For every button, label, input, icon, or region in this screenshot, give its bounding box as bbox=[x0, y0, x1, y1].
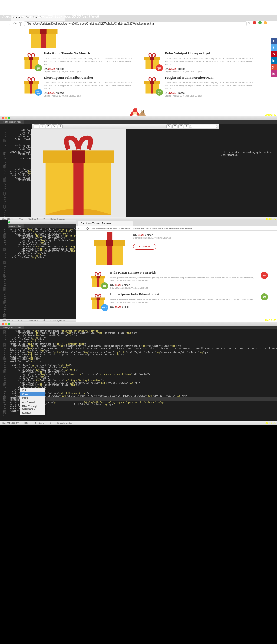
preview-toolbar: − + ⊡ ↻ ⇧ ✎ ◫ ⓘ ⚲ bbox=[32, 124, 219, 129]
product-title[interactable]: Eida Kintu Tomato Na Morich bbox=[44, 51, 134, 55]
ext-icon-2[interactable] bbox=[258, 21, 262, 24]
star-icon[interactable]: ☆ bbox=[248, 21, 251, 26]
url-input[interactable]: File | /Users/erictam/Desktop/Udemy%20Co… bbox=[24, 21, 247, 26]
discount-badge: $20OFF bbox=[156, 89, 163, 96]
svg-rect-3 bbox=[40, 29, 46, 34]
editor-tab[interactable]: fourth_section.html bbox=[0, 326, 24, 329]
new-tab-button[interactable]: + bbox=[24, 120, 29, 124]
edit-icon[interactable]: ✎ bbox=[166, 124, 171, 128]
split-panel: fourth_section.html + 163164165166167168… bbox=[0, 220, 277, 322]
product-title[interactable]: Dolor Volutpat Ullcorper Eget bbox=[165, 51, 255, 55]
product-desc: Lorem ipsum dolor sit amet, consectetur … bbox=[44, 81, 134, 90]
product-image[interactable]: 30%OFF bbox=[143, 51, 161, 70]
settings-icon[interactable]: ⚙ bbox=[50, 422, 51, 424]
code-editor[interactable]: <attr">class="tag">div attr">class="row … bbox=[8, 220, 76, 322]
zoom-in-icon[interactable]: + bbox=[40, 124, 45, 128]
settings-icon[interactable]: ⚙ bbox=[43, 319, 45, 321]
browser-tab[interactable]: Christmas Themed Template bbox=[78, 221, 133, 226]
lang-indicator[interactable]: HTML bbox=[24, 422, 29, 424]
maximize-button[interactable] bbox=[8, 323, 10, 325]
settings-icon[interactable]: ⚙ bbox=[43, 218, 45, 220]
svg-rect-19 bbox=[150, 81, 154, 84]
discount-badge: FREE bbox=[101, 304, 108, 311]
editor-tab[interactable]: fourth_section.html bbox=[0, 120, 24, 124]
menu-cut[interactable]: Cut bbox=[20, 388, 45, 392]
product-image[interactable]: $20OFF bbox=[143, 75, 161, 94]
product-image[interactable]: $39 bbox=[89, 270, 107, 288]
menu-filter[interactable]: Filter Through Command... bbox=[20, 404, 45, 411]
code-editor[interactable]: <attr">class="tag">div attr">class="smal… bbox=[8, 322, 277, 425]
url-text[interactable]: file:///Users/erictam/Desktop/Udemy%20Co… bbox=[92, 227, 192, 230]
svg-rect-30 bbox=[73, 162, 83, 215]
product-image[interactable]: $39OFF bbox=[22, 51, 41, 70]
avatar-icon[interactable] bbox=[264, 21, 267, 24]
info-icon[interactable]: ⓘ bbox=[18, 22, 23, 26]
product-title[interactable]: Eida Kintu Tomato Na Morich bbox=[110, 270, 255, 275]
menu-services[interactable]: Services bbox=[20, 411, 45, 415]
forward-button[interactable]: → bbox=[81, 226, 86, 231]
editor-pane: 1631641651661671681691701711721731741751… bbox=[0, 220, 76, 322]
product-card: 30%OFF Dolor Volutpat Ullcorper Eget Lor… bbox=[143, 51, 255, 73]
svg-rect-36 bbox=[106, 240, 113, 246]
crop-icon[interactable]: ◫ bbox=[172, 124, 177, 128]
window-titlebar bbox=[0, 116, 277, 120]
googleplus-icon[interactable]: g+ bbox=[271, 64, 277, 70]
rotate-icon[interactable]: ↻ bbox=[52, 124, 57, 128]
minimize-button[interactable] bbox=[5, 323, 7, 325]
minimize-button[interactable] bbox=[5, 117, 7, 119]
product-image[interactable]: FREEGIFT bbox=[22, 75, 41, 94]
svg-rect-41 bbox=[97, 276, 100, 279]
product-price: US $4.25 / piece bbox=[110, 283, 255, 286]
reload-button[interactable]: ⟳ bbox=[86, 226, 90, 231]
facebook-icon[interactable]: f bbox=[271, 38, 277, 44]
tabsize-indicator[interactable]: Tab Size: 4 bbox=[35, 422, 44, 424]
menu-separator bbox=[20, 400, 45, 400]
file-info-audio: Audio: aac, 48000 Hz, 2 channels, s16, 1… bbox=[1, 10, 124, 14]
twitter-icon[interactable]: t bbox=[271, 44, 277, 51]
maximize-button[interactable] bbox=[8, 117, 10, 119]
close-button[interactable] bbox=[2, 117, 4, 119]
share-icon[interactable]: ⇧ bbox=[58, 124, 63, 128]
menu-paste[interactable]: Paste bbox=[20, 396, 45, 400]
discount-badge: $39OFF bbox=[35, 64, 42, 71]
search-icon[interactable]: ⚲ bbox=[184, 124, 189, 128]
line-indicator: Line: 204:6-200:198 bbox=[2, 422, 19, 424]
product-card: FREE Litora Ipsum Felis Bibendumket Lore… bbox=[89, 292, 263, 310]
tabsize-indicator[interactable]: Tab Size: 4 bbox=[29, 218, 38, 220]
menu-copy[interactable]: Copy bbox=[20, 392, 45, 396]
product-price: US $4.25 / piece bbox=[165, 67, 255, 70]
ext-icon-1[interactable] bbox=[253, 21, 256, 24]
tabsize-indicator[interactable]: Tab Size: 4 bbox=[29, 319, 38, 321]
partial-badge: 30% bbox=[258, 270, 263, 289]
menu-fold[interactable]: Fold/Unfold bbox=[20, 401, 45, 404]
back-button[interactable]: ← bbox=[1, 22, 6, 26]
info-icon[interactable]: ⓘ bbox=[178, 124, 183, 128]
linkedin-icon[interactable]: in bbox=[271, 57, 277, 64]
close-button[interactable] bbox=[2, 323, 4, 325]
reload-button[interactable]: ⟳ bbox=[13, 22, 17, 26]
product-title[interactable]: Litora Ipsum Felis Bibendumket bbox=[110, 292, 255, 296]
search-input[interactable] bbox=[190, 125, 217, 128]
product-image[interactable]: FREE bbox=[89, 292, 107, 310]
original-price: Original Price:US $8.49 , You Save:US $4… bbox=[110, 287, 255, 289]
product-desc: Lorem ipsum dolor sit amet, consectetur … bbox=[110, 298, 255, 304]
zoom-fit-icon[interactable]: ⊡ bbox=[46, 124, 51, 128]
forward-button[interactable]: → bbox=[7, 22, 11, 26]
lang-indicator[interactable]: HTML bbox=[18, 319, 23, 321]
code-continuation: . Ut enim ad minim veniam, quis nostrud … bbox=[220, 129, 277, 220]
buy-now-button[interactable]: BUY NOW bbox=[133, 244, 156, 250]
zoom-out-icon[interactable]: − bbox=[34, 124, 39, 128]
instagram-icon[interactable]: ig bbox=[271, 70, 277, 77]
original-price: Original Price:US $8.49 , You Save:US $4… bbox=[165, 95, 255, 97]
product-desc: Lorem ipsum dolor sit amet, consectetur … bbox=[165, 57, 255, 66]
lang-indicator[interactable]: HTML bbox=[18, 218, 23, 220]
product-image[interactable] bbox=[89, 232, 130, 267]
product-title[interactable]: Feugiat Mi Etiam Porttitor Nam bbox=[165, 75, 255, 80]
editor-panel-1: fourth_section.html + − + ⊡ ↻ ⇧ ✎ ◫ ⓘ ⚲ … bbox=[0, 116, 277, 220]
product-title[interactable]: Litora Ipsum Felis Bibendumket bbox=[44, 75, 134, 80]
new-tab-button[interactable]: + bbox=[24, 326, 29, 329]
back-button[interactable]: ← bbox=[77, 226, 81, 231]
pinterest-icon[interactable]: p bbox=[271, 51, 277, 57]
timestamp: 00:15:02 bbox=[265, 319, 276, 322]
menu-icon[interactable]: ⋮ bbox=[269, 21, 273, 26]
